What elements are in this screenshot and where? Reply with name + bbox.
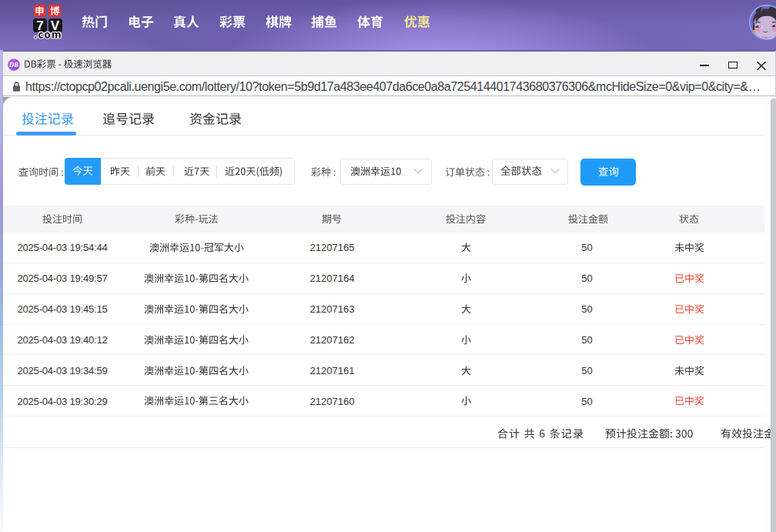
svg-text:DB: DB xyxy=(8,61,18,69)
